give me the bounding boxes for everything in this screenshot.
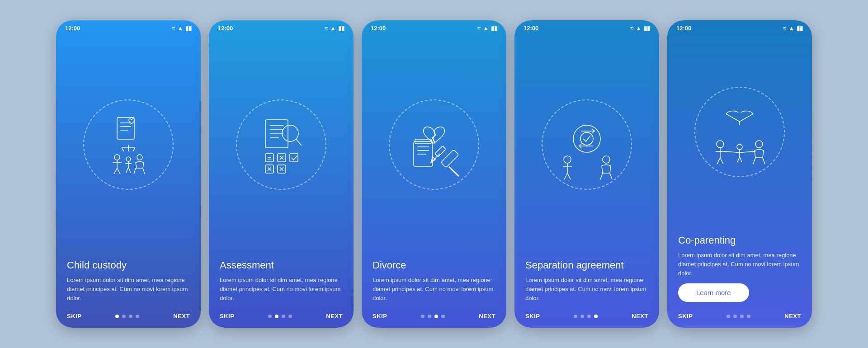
icon-area-2: [209, 34, 354, 255]
phone-assessment: 12:00 ≈ ▲ ▮▮: [209, 20, 354, 328]
phone-coparenting: 12:00 ≈ ▲ ▮▮: [667, 20, 812, 328]
svg-rect-28: [265, 154, 274, 162]
screen-coparenting: 12:00 ≈ ▲ ▮▮: [667, 20, 812, 328]
svg-line-56: [564, 173, 567, 179]
next-btn-1[interactable]: NEXT: [173, 313, 190, 320]
signal-icon-1: ▲: [177, 25, 183, 32]
svg-rect-34: [290, 154, 298, 162]
body-4: Lorem ipsum dolor sit dim amet, mea regi…: [525, 276, 648, 303]
status-icons-3: ≈ ▲ ▮▮: [477, 25, 497, 32]
dots-3: [421, 315, 445, 318]
svg-line-75: [724, 151, 737, 152]
svg-line-6: [122, 148, 124, 151]
status-icons-1: ≈ ▲ ▮▮: [172, 25, 192, 32]
svg-line-71: [740, 157, 742, 162]
time-2: 12:00: [218, 25, 233, 32]
svg-point-67: [737, 144, 742, 150]
svg-line-74: [763, 158, 765, 164]
icon-area-1: [56, 34, 201, 255]
svg-line-50: [449, 167, 459, 176]
body-3: Lorem ipsum dolor sit dim amet, mea regi…: [373, 276, 495, 303]
wifi-icon-1: ≈: [172, 25, 175, 32]
svg-line-76: [742, 151, 755, 152]
bottom-nav-4: SKIP NEXT: [514, 308, 659, 328]
dot-1-3: [129, 315, 132, 318]
dot-2-2: [275, 315, 278, 318]
svg-line-12: [117, 168, 120, 174]
svg-line-70: [737, 157, 740, 162]
icon-area-3: [362, 34, 506, 255]
body-2: Lorem ipsum dolor sit dim amet, mea regi…: [220, 276, 343, 303]
dot-1-1: [115, 315, 119, 318]
screen-divorce: 12:00 ≈ ▲ ▮▮: [362, 20, 506, 328]
svg-line-59: [600, 173, 603, 179]
status-bar-4: 12:00 ≈ ▲ ▮▮: [514, 20, 659, 34]
svg-line-57: [567, 173, 571, 179]
child-custody-icon: [92, 108, 165, 181]
svg-point-13: [126, 157, 131, 161]
bottom-nav-5: SKIP NEXT: [667, 308, 812, 328]
svg-point-58: [603, 156, 610, 163]
skip-btn-2[interactable]: SKIP: [220, 313, 234, 320]
assessment-icon: [245, 108, 317, 181]
title-5: Co-parenting: [678, 235, 801, 246]
title-3: Divorce: [373, 259, 495, 271]
skip-btn-4[interactable]: SKIP: [525, 313, 540, 320]
svg-line-19: [134, 168, 136, 174]
dots-5: [726, 315, 750, 318]
content-area-1: Child custody Lorem ipsum dolor sit dim …: [56, 255, 201, 308]
time-1: 12:00: [65, 25, 80, 32]
dot-2-1: [268, 315, 272, 318]
wifi-icon-2: ≈: [325, 25, 328, 32]
svg-rect-47: [435, 146, 446, 157]
battery-icon-3: ▮▮: [491, 25, 497, 32]
dots-2: [268, 315, 292, 318]
dots-4: [574, 315, 598, 318]
svg-line-17: [128, 167, 131, 173]
svg-line-66: [720, 158, 723, 164]
svg-rect-0: [117, 118, 134, 139]
skip-btn-1[interactable]: SKIP: [67, 313, 81, 320]
screen-assessment: 12:00 ≈ ▲ ▮▮: [209, 20, 354, 328]
title-2: Assessment: [220, 259, 343, 271]
body-5: Lorem ipsum dolor sit dim amet, mea regi…: [678, 251, 801, 278]
next-btn-3[interactable]: NEXT: [479, 313, 495, 320]
skip-btn-5[interactable]: SKIP: [678, 313, 693, 320]
svg-point-53: [564, 156, 571, 163]
dot-4-4: [594, 315, 598, 318]
title-1: Child custody: [67, 259, 190, 271]
svg-line-20: [143, 168, 145, 174]
next-btn-5[interactable]: NEXT: [784, 313, 801, 320]
circle-icon-1: [83, 99, 174, 190]
title-4: Separation agreement: [525, 259, 648, 271]
battery-icon-5: ▮▮: [797, 25, 803, 32]
status-icons-2: ≈ ▲ ▮▮: [325, 25, 344, 32]
svg-line-7: [133, 148, 135, 151]
dot-5-1: [726, 315, 730, 318]
dot-5-3: [740, 315, 744, 318]
signal-icon-5: ▲: [788, 25, 794, 32]
skip-btn-3[interactable]: SKIP: [373, 313, 387, 320]
next-btn-2[interactable]: NEXT: [326, 313, 343, 320]
dot-1-2: [122, 315, 126, 318]
bottom-nav-2: SKIP NEXT: [209, 308, 354, 328]
circle-icon-3: [389, 99, 479, 190]
content-area-2: Assessment Lorem ipsum dolor sit dim ame…: [209, 255, 354, 308]
svg-point-52: [580, 132, 593, 145]
signal-icon-2: ▲: [330, 25, 336, 32]
next-btn-4[interactable]: NEXT: [632, 313, 648, 320]
svg-line-73: [753, 158, 755, 164]
svg-line-65: [717, 158, 720, 164]
svg-line-16: [126, 167, 128, 173]
battery-icon-1: ▮▮: [185, 25, 192, 32]
learn-more-button[interactable]: Learn more: [678, 283, 749, 302]
circle-icon-2: [236, 99, 326, 190]
dot-3-4: [441, 315, 445, 318]
bottom-nav-1: SKIP NEXT: [56, 308, 201, 328]
signal-icon-3: ▲: [483, 25, 489, 32]
phone-separation: 12:00 ≈ ▲ ▮▮: [514, 20, 659, 328]
dot-3-1: [421, 315, 425, 318]
svg-point-26: [282, 125, 298, 141]
phones-container: 12:00 ≈ ▲ ▮▮: [56, 20, 812, 328]
status-icons-4: ≈ ▲ ▮▮: [630, 25, 650, 32]
